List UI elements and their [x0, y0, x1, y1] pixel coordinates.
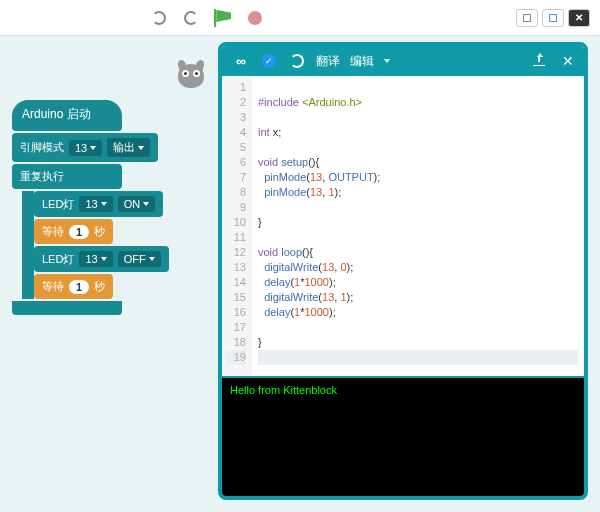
pinmode-block[interactable]: 引脚模式 13 输出: [12, 133, 158, 162]
chevron-down-icon: [101, 257, 107, 261]
chevron-down-icon: [138, 146, 144, 150]
forever-label: 重复执行: [20, 169, 64, 184]
translate-button[interactable]: 翻译: [316, 53, 340, 70]
top-bar: ✕: [0, 0, 600, 36]
wait-unit: 秒: [94, 279, 105, 294]
serial-console: Hello from Kittenblock: [222, 376, 584, 496]
chevron-down-icon[interactable]: [384, 59, 390, 63]
pinmode-label: 引脚模式: [20, 140, 64, 155]
code-body[interactable]: #include <Arduino.h> int x; void setup()…: [252, 76, 584, 376]
led1-pin-dropdown[interactable]: 13: [79, 196, 112, 212]
wait2-value[interactable]: 1: [69, 280, 89, 294]
led2-state-dropdown[interactable]: OFF: [118, 251, 161, 267]
led-label: LED灯: [42, 252, 74, 267]
wait1-value[interactable]: 1: [69, 225, 89, 239]
code-panel: ∞ ✓ 翻译 编辑 ✕ 1234567891011121314151617181…: [218, 42, 588, 500]
top-right-controls: ✕: [516, 9, 590, 27]
top-left-controls: [150, 9, 264, 27]
undo-icon[interactable]: [150, 9, 168, 27]
layout-button-2[interactable]: [542, 9, 564, 27]
arduino-start-hat[interactable]: Arduino 启动: [12, 100, 122, 131]
wait-unit: 秒: [94, 224, 105, 239]
redo-icon[interactable]: [182, 9, 200, 27]
hat-label: Arduino 启动: [22, 107, 91, 121]
refresh-icon[interactable]: [288, 53, 306, 69]
led2-pin-dropdown[interactable]: 13: [79, 251, 112, 267]
led-block-2[interactable]: LED灯 13 OFF: [34, 246, 169, 272]
wait-label: 等待: [42, 279, 64, 294]
upload-icon[interactable]: [530, 53, 548, 69]
console-text: Hello from Kittenblock: [230, 384, 337, 396]
pinmode-mode-dropdown[interactable]: 输出: [107, 138, 150, 157]
forever-block[interactable]: 重复执行: [12, 164, 122, 189]
green-flag-icon[interactable]: [214, 9, 232, 27]
led1-state-dropdown[interactable]: ON: [118, 196, 156, 212]
chevron-down-icon: [143, 202, 149, 206]
stop-icon[interactable]: [246, 9, 264, 27]
code-editor[interactable]: 12345678910111213141516171819 #include <…: [222, 76, 584, 376]
chevron-down-icon: [149, 257, 155, 261]
wait-block-1[interactable]: 等待 1 秒: [34, 219, 113, 244]
pinmode-pin-dropdown[interactable]: 13: [69, 140, 102, 156]
forever-bottom: [12, 301, 122, 315]
line-gutter: 12345678910111213141516171819: [222, 76, 252, 376]
chevron-down-icon: [101, 202, 107, 206]
fullscreen-button[interactable]: ✕: [568, 9, 590, 27]
edit-button[interactable]: 编辑: [350, 53, 374, 70]
verify-icon[interactable]: ✓: [260, 53, 278, 69]
led-label: LED灯: [42, 197, 74, 212]
chevron-down-icon: [90, 146, 96, 150]
blocks-workspace[interactable]: Arduino 启动 引脚模式 13 输出 重复执行 LED灯 13 ON 等待…: [12, 100, 192, 315]
code-header: ∞ ✓ 翻译 编辑 ✕: [222, 46, 584, 76]
layout-button-1[interactable]: [516, 9, 538, 27]
wait-block-2[interactable]: 等待 1 秒: [34, 274, 113, 299]
close-icon[interactable]: ✕: [562, 53, 574, 69]
owl-sprite[interactable]: [175, 60, 207, 90]
led-block-1[interactable]: LED灯 13 ON: [34, 191, 163, 217]
arduino-logo-icon[interactable]: ∞: [232, 53, 250, 69]
wait-label: 等待: [42, 224, 64, 239]
